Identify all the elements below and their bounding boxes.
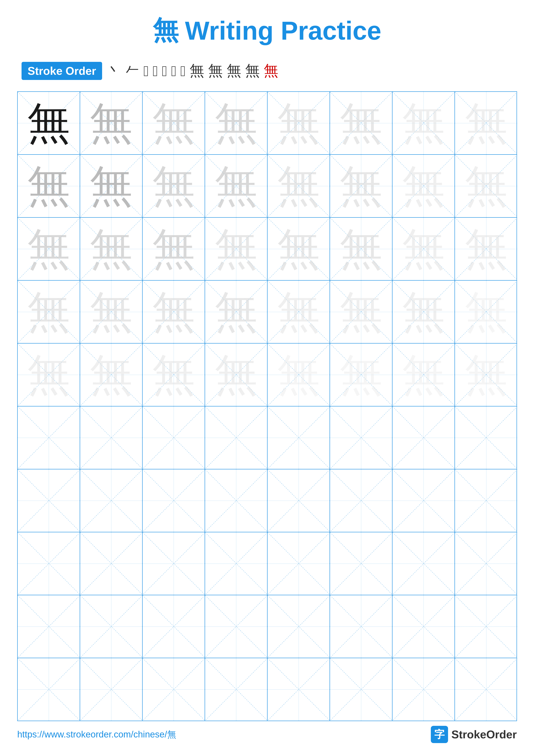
- cell-1-1[interactable]: 無: [18, 92, 80, 154]
- cell-9-2[interactable]: [80, 595, 142, 658]
- svg-line-113: [18, 532, 80, 595]
- cell-7-8[interactable]: [455, 470, 518, 532]
- cell-9-8[interactable]: [455, 595, 518, 658]
- practice-char: 無: [27, 290, 70, 334]
- cell-6-4[interactable]: [205, 406, 267, 469]
- svg-line-157: [393, 658, 454, 721]
- cell-6-7[interactable]: [393, 406, 455, 469]
- practice-char: 無: [465, 101, 508, 145]
- cell-7-4[interactable]: [205, 470, 267, 532]
- cell-5-2[interactable]: 無: [80, 343, 142, 406]
- cell-10-8[interactable]: [455, 658, 518, 721]
- cell-7-6[interactable]: [330, 470, 393, 532]
- cell-7-3[interactable]: [142, 470, 205, 532]
- cell-10-4[interactable]: [205, 658, 267, 721]
- cell-5-4[interactable]: 無: [205, 343, 267, 406]
- cell-1-4[interactable]: 無: [205, 92, 267, 154]
- cell-7-2[interactable]: [80, 470, 142, 532]
- cell-6-2[interactable]: [80, 406, 142, 469]
- cell-8-5[interactable]: [267, 532, 330, 595]
- cell-3-8[interactable]: 無: [455, 218, 518, 280]
- cell-2-3[interactable]: 無: [142, 155, 205, 217]
- cell-10-2[interactable]: [80, 658, 142, 721]
- grid-row-5: 無 無 無 無 無 無 無: [18, 343, 517, 406]
- cell-5-5[interactable]: 無: [267, 343, 330, 406]
- cell-1-7[interactable]: 無: [393, 92, 455, 154]
- practice-char: 無: [215, 228, 258, 270]
- cell-6-8[interactable]: [455, 406, 518, 469]
- cell-10-1[interactable]: [18, 658, 80, 721]
- footer-url: https://www.strokeorder.com/chinese/無: [17, 728, 176, 741]
- cell-2-7[interactable]: 無: [393, 155, 455, 217]
- cell-3-7[interactable]: 無: [393, 218, 455, 280]
- cell-1-6[interactable]: 無: [330, 92, 393, 154]
- cell-3-5[interactable]: 無: [267, 218, 330, 280]
- cell-8-1[interactable]: [18, 532, 80, 595]
- cell-3-4[interactable]: 無: [205, 218, 267, 280]
- svg-line-156: [393, 658, 454, 721]
- cell-1-3[interactable]: 無: [142, 92, 205, 154]
- cell-8-7[interactable]: [393, 532, 455, 595]
- cell-2-4[interactable]: 無: [205, 155, 267, 217]
- cell-2-5[interactable]: 無: [267, 155, 330, 217]
- cell-8-6[interactable]: [330, 532, 393, 595]
- cell-9-4[interactable]: [205, 595, 267, 658]
- cell-9-5[interactable]: [267, 595, 330, 658]
- cell-2-1[interactable]: 無: [18, 155, 80, 217]
- cell-4-2[interactable]: 無: [80, 281, 142, 343]
- cell-10-7[interactable]: [393, 658, 455, 721]
- cell-5-1[interactable]: 無: [18, 343, 80, 406]
- cell-1-8[interactable]: 無: [455, 92, 518, 154]
- cell-8-8[interactable]: [455, 532, 518, 595]
- svg-line-122: [330, 532, 392, 595]
- cell-5-6[interactable]: 無: [330, 343, 393, 406]
- svg-line-93: [393, 406, 454, 469]
- cell-9-1[interactable]: [18, 595, 80, 658]
- cell-4-8[interactable]: 無: [455, 281, 518, 343]
- practice-char: 無: [27, 353, 70, 396]
- cell-2-8[interactable]: 無: [455, 155, 518, 217]
- cell-3-2[interactable]: 無: [80, 218, 142, 280]
- cell-1-5[interactable]: 無: [267, 92, 330, 154]
- cell-4-5[interactable]: 無: [267, 281, 330, 343]
- svg-line-103: [205, 470, 267, 532]
- svg-line-137: [267, 595, 330, 658]
- cell-9-3[interactable]: [142, 595, 205, 658]
- cell-10-6[interactable]: [330, 658, 393, 721]
- cell-9-7[interactable]: [393, 595, 455, 658]
- cell-2-6[interactable]: 無: [330, 155, 393, 217]
- cell-10-3[interactable]: [142, 658, 205, 721]
- cell-6-6[interactable]: [330, 406, 393, 469]
- cell-6-3[interactable]: [142, 406, 205, 469]
- cell-2-2[interactable]: 無: [80, 155, 142, 217]
- cell-6-1[interactable]: [18, 406, 80, 469]
- cell-5-7[interactable]: 無: [393, 343, 455, 406]
- cell-4-6[interactable]: 無: [330, 281, 393, 343]
- practice-char: 無: [402, 101, 445, 145]
- svg-line-112: [18, 532, 80, 595]
- cell-5-8[interactable]: 無: [455, 343, 518, 406]
- svg-line-158: [455, 658, 518, 721]
- cell-4-1[interactable]: 無: [18, 281, 80, 343]
- cell-9-6[interactable]: [330, 595, 393, 658]
- title-text: Writing Practice: [185, 16, 381, 45]
- cell-4-4[interactable]: 無: [205, 281, 267, 343]
- practice-char: 無: [465, 228, 508, 270]
- cell-7-5[interactable]: [267, 470, 330, 532]
- cell-7-7[interactable]: [393, 470, 455, 532]
- practice-char: 無: [340, 290, 383, 334]
- cell-4-3[interactable]: 無: [142, 281, 205, 343]
- cell-8-2[interactable]: [80, 532, 142, 595]
- cell-3-1[interactable]: 無: [18, 218, 80, 280]
- cell-5-3[interactable]: 無: [142, 343, 205, 406]
- cell-10-5[interactable]: [267, 658, 330, 721]
- svg-line-131: [80, 595, 142, 658]
- cell-1-2[interactable]: 無: [80, 92, 142, 154]
- cell-6-5[interactable]: [267, 406, 330, 469]
- cell-8-3[interactable]: [142, 532, 205, 595]
- cell-8-4[interactable]: [205, 532, 267, 595]
- cell-7-1[interactable]: [18, 470, 80, 532]
- cell-4-7[interactable]: 無: [393, 281, 455, 343]
- cell-3-3[interactable]: 無: [142, 218, 205, 280]
- cell-3-6[interactable]: 無: [330, 218, 393, 280]
